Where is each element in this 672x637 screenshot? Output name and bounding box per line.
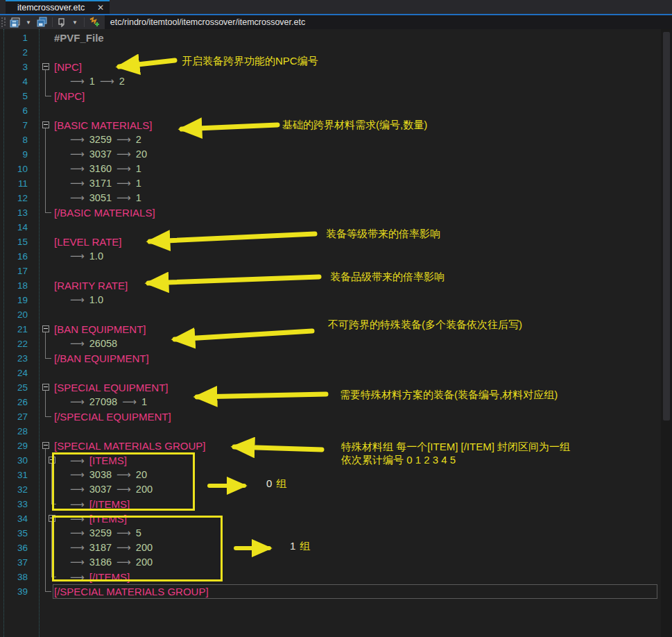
fold-toggle[interactable] xyxy=(49,515,55,522)
line-content[interactable]: [/BAN EQUIPMENT] xyxy=(54,351,149,366)
line-content[interactable]: [BAN EQUIPMENT] xyxy=(54,322,146,337)
line-content[interactable]: [SPECIAL MATERIALS GROUP] xyxy=(54,439,205,453)
code-line[interactable]: 31⟶3038⟶20 xyxy=(0,468,661,482)
line-content[interactable]: [/BASIC MATERIALS] xyxy=(54,205,155,220)
code-line[interactable]: 15[LEVEL RATE] xyxy=(0,235,661,249)
code-line[interactable]: 6 xyxy=(0,103,661,118)
code-line[interactable]: 7[BASIC MATERIALS] xyxy=(0,118,661,133)
line-content[interactable]: ⟶1.0 xyxy=(54,249,103,264)
code-line[interactable]: 16⟶1.0 xyxy=(0,249,661,264)
line-content[interactable]: ⟶3171⟶1 xyxy=(54,176,141,191)
section-tag[interactable]: [/SPECIAL EQUIPMENT] xyxy=(54,411,171,423)
fold-toggle[interactable] xyxy=(42,63,49,70)
arrow-token[interactable]: ⟶ xyxy=(70,513,85,525)
code-line[interactable]: 24 xyxy=(0,366,661,380)
code-line[interactable]: 19⟶1.0 xyxy=(0,293,661,307)
code-line[interactable]: 32⟶3037⟶200 xyxy=(0,482,661,497)
value-token[interactable]: 1 xyxy=(141,396,147,407)
value-token[interactable]: 2 xyxy=(119,76,125,87)
line-content[interactable]: ⟶3186⟶200 xyxy=(54,555,153,570)
line-content[interactable]: ⟶3037⟶200 xyxy=(54,482,153,497)
code-line[interactable]: 9⟶3037⟶20 xyxy=(0,147,661,162)
value-token[interactable]: 200 xyxy=(136,484,153,495)
code-line[interactable]: 35⟶3259⟶5 xyxy=(0,526,661,541)
fold-toggle[interactable] xyxy=(42,325,49,332)
section-tag[interactable]: [BAN EQUIPMENT] xyxy=(54,323,146,335)
line-content[interactable]: ⟶27098⟶1 xyxy=(54,395,147,409)
arrow-token[interactable]: ⟶ xyxy=(70,163,85,174)
value-token[interactable]: 1.0 xyxy=(89,250,103,262)
line-content[interactable]: ⟶[/ITEMS] xyxy=(54,497,130,511)
section-tag[interactable]: [SPECIAL EQUIPMENT] xyxy=(54,382,168,393)
arrow-token[interactable]: ⟶ xyxy=(70,178,85,189)
code-line[interactable]: 39[/SPECIAL MATERIALS GROUP] xyxy=(0,584,661,599)
code-line[interactable]: 4⟶1⟶2 xyxy=(0,74,661,89)
code-line[interactable]: 14 xyxy=(0,220,661,235)
value-token[interactable]: 1 xyxy=(136,192,141,203)
value-token[interactable]: 3037 xyxy=(89,484,112,495)
code-line[interactable]: 17 xyxy=(0,264,661,278)
arrow-token[interactable]: ⟶ xyxy=(70,134,85,145)
arrow-token[interactable]: ⟶ xyxy=(117,163,131,174)
code-line[interactable]: 1#PVF_File xyxy=(0,31,661,45)
arrow-token[interactable]: ⟶ xyxy=(70,250,85,262)
section-tag[interactable]: [/BAN EQUIPMENT] xyxy=(54,353,149,364)
arrow-token[interactable]: ⟶ xyxy=(70,338,85,349)
value-token[interactable]: 3259 xyxy=(89,527,112,538)
value-token[interactable]: 3187 xyxy=(89,542,112,553)
code-line[interactable]: 8⟶3259⟶2 xyxy=(0,133,661,147)
value-token[interactable]: 1 xyxy=(136,163,141,174)
breadcrumb-bar[interactable]: etc/rindro/itemtool/itemcrossover/itemcr… xyxy=(105,15,672,29)
arrow-token[interactable]: ⟶ xyxy=(70,499,85,510)
scrollbar-thumb[interactable] xyxy=(663,32,670,421)
fold-toggle[interactable] xyxy=(42,442,49,449)
value-token[interactable]: 3038 xyxy=(89,469,112,480)
section-tag[interactable]: [BASIC MATERIALS] xyxy=(54,119,152,131)
arrow-token[interactable]: ⟶ xyxy=(70,542,85,553)
tab-itemcrossover[interactable]: itemcrossover.etc ✕ xyxy=(6,0,110,14)
arrow-token[interactable]: ⟶ xyxy=(70,192,85,203)
line-content[interactable]: ⟶3037⟶20 xyxy=(54,147,147,162)
code-line[interactable]: 29[SPECIAL MATERIALS GROUP] xyxy=(0,439,661,453)
code-line[interactable]: 26⟶27098⟶1 xyxy=(0,395,661,409)
code-line[interactable]: 3[NPC] xyxy=(0,60,661,74)
value-token[interactable]: 3259 xyxy=(89,134,112,145)
line-content[interactable]: ⟶3038⟶20 xyxy=(54,468,147,482)
line-content[interactable]: [LEVEL RATE] xyxy=(54,235,122,249)
arrow-token[interactable]: ⟶ xyxy=(70,469,85,480)
code-line[interactable]: 10⟶3160⟶1 xyxy=(0,162,661,176)
save-all-button[interactable] xyxy=(35,16,49,28)
value-token[interactable]: 200 xyxy=(136,542,153,553)
value-token[interactable]: 1.0 xyxy=(89,294,103,305)
save-dropdown[interactable]: ▼ xyxy=(22,16,35,28)
arrow-token[interactable]: ⟶ xyxy=(117,148,131,160)
value-token[interactable]: 5 xyxy=(136,527,141,538)
arrow-token[interactable]: ⟶ xyxy=(117,469,131,480)
line-content[interactable]: [BASIC MATERIALS] xyxy=(54,118,152,133)
code-line[interactable]: 33⟶[/ITEMS] xyxy=(0,497,661,511)
arrow-token[interactable]: ⟶ xyxy=(117,542,131,553)
arrow-token[interactable]: ⟶ xyxy=(117,527,131,538)
section-tag[interactable]: [/ITEMS] xyxy=(89,571,130,583)
value-token[interactable]: 26058 xyxy=(89,338,117,349)
code-line[interactable]: 28 xyxy=(0,424,661,439)
code-line[interactable]: 37⟶3186⟶200 xyxy=(0,555,661,570)
code-line[interactable]: 30⟶[ITEMS] xyxy=(0,453,661,468)
code-line[interactable]: 23[/BAN EQUIPMENT] xyxy=(0,351,661,366)
add-item-button[interactable] xyxy=(87,16,102,28)
section-tag[interactable]: [ITEMS] xyxy=(89,455,127,466)
fold-toggle[interactable] xyxy=(49,457,55,464)
value-token[interactable]: 20 xyxy=(136,469,147,480)
arrow-token[interactable]: ⟶ xyxy=(117,557,131,568)
code-line[interactable]: 12⟶3051⟶1 xyxy=(0,191,661,205)
tab-close-icon[interactable]: ✕ xyxy=(97,3,104,12)
line-content[interactable]: ⟶26058 xyxy=(54,337,117,351)
line-content[interactable]: [RARITY RATE] xyxy=(54,278,128,293)
fold-toggle[interactable] xyxy=(42,121,49,128)
line-content[interactable]: ⟶3259⟶5 xyxy=(54,526,141,541)
code-line[interactable]: 27[/SPECIAL EQUIPMENT] xyxy=(0,409,661,424)
section-tag[interactable]: [/NPC] xyxy=(54,90,85,102)
line-content[interactable]: [NPC] xyxy=(54,60,82,74)
code-line[interactable]: 2 xyxy=(0,45,661,60)
line-content[interactable]: ⟶3051⟶1 xyxy=(54,191,141,205)
